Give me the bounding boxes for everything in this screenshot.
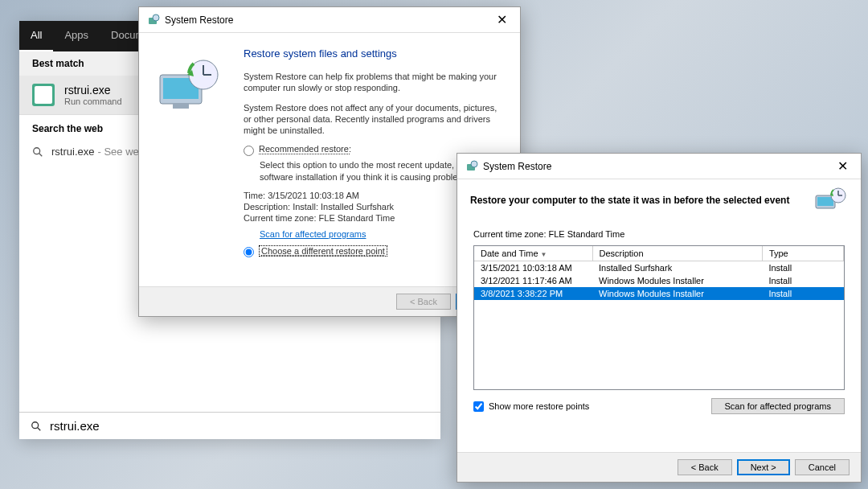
monitor-clock-icon xyxy=(155,57,227,113)
desc-label: Description: xyxy=(244,202,290,212)
restore-icon xyxy=(465,160,478,173)
cell-datetime: 3/15/2021 10:03:18 AM xyxy=(474,261,592,275)
scan-affected-button[interactable]: Scan for affected programs xyxy=(711,398,845,414)
show-more-checkbox[interactable] xyxy=(473,401,484,412)
table-row[interactable]: 3/8/2021 3:38:22 PM Windows Modules Inst… xyxy=(474,287,844,300)
dialog-heading: Restore your computer to the state it wa… xyxy=(470,195,814,206)
cell-type: Install xyxy=(762,274,843,287)
svg-line-1 xyxy=(39,153,43,156)
monitor-clock-icon xyxy=(814,187,848,213)
best-match-title: rstrui.exe xyxy=(64,84,122,97)
different-point-radio[interactable] xyxy=(244,247,254,257)
dialog-title: System Restore xyxy=(483,161,551,172)
close-button[interactable]: ✕ xyxy=(492,12,512,27)
svg-point-2 xyxy=(32,421,39,428)
cell-description: Windows Modules Installer xyxy=(592,274,762,287)
cell-datetime: 3/12/2021 11:17:46 AM xyxy=(474,274,592,287)
search-box xyxy=(19,412,440,439)
recommended-restore-radio[interactable] xyxy=(244,146,254,156)
search-input[interactable] xyxy=(50,419,429,433)
svg-rect-16 xyxy=(817,197,833,206)
tz-label: Current time zone: xyxy=(244,213,316,223)
recommended-restore-label: Recommended restore: xyxy=(259,144,351,154)
time-label: Time: xyxy=(244,191,265,200)
different-point-label: Choose a different restore point xyxy=(259,245,387,257)
titlebar[interactable]: System Restore ✕ xyxy=(139,7,520,33)
cell-description: Installed Surfshark xyxy=(592,261,762,275)
dialog-title: System Restore xyxy=(165,14,233,26)
scan-affected-link[interactable]: Scan for affected programs xyxy=(260,229,366,239)
dialog-illustration xyxy=(139,41,244,284)
cell-description: Windows Modules Installer xyxy=(592,287,762,300)
intro-text-2: System Restore does not affect any of yo… xyxy=(244,102,504,137)
timezone-label: Current time zone: FLE Standard Time xyxy=(457,218,861,245)
cancel-button[interactable]: Cancel xyxy=(795,459,850,475)
app-icon xyxy=(32,84,55,106)
dialog-heading: Restore system files and settings xyxy=(244,47,504,60)
back-button[interactable]: < Back xyxy=(678,459,732,475)
back-button: < Back xyxy=(396,294,451,310)
tab-apps[interactable]: Apps xyxy=(53,21,100,51)
best-match-subtitle: Run command xyxy=(64,97,122,106)
svg-point-14 xyxy=(471,161,477,167)
intro-text-1: System Restore can help fix problems tha… xyxy=(244,71,504,94)
restore-icon xyxy=(147,14,160,27)
search-icon xyxy=(32,146,43,158)
svg-point-0 xyxy=(34,147,40,154)
cell-datetime: 3/8/2021 3:38:22 PM xyxy=(474,287,592,300)
svg-line-3 xyxy=(38,427,41,430)
web-query: rstrui.exe xyxy=(51,146,94,158)
tab-all[interactable]: All xyxy=(19,21,53,51)
svg-point-5 xyxy=(153,14,159,21)
dialog-buttons: < Back Next > Cancel xyxy=(457,452,861,482)
cell-type: Install xyxy=(762,287,843,300)
col-type[interactable]: Type xyxy=(762,246,843,261)
titlebar[interactable]: System Restore ✕ xyxy=(457,154,861,179)
next-button[interactable]: Next > xyxy=(737,459,790,475)
tz-value: FLE Standard Time xyxy=(319,213,395,223)
sort-desc-icon: ▼ xyxy=(541,251,547,258)
desc-value: Install: Installed Surfshark xyxy=(293,202,394,212)
col-description[interactable]: Description xyxy=(592,246,762,261)
best-match-text: rstrui.exe Run command xyxy=(64,84,122,106)
search-icon xyxy=(31,421,42,432)
cell-type: Install xyxy=(762,261,843,275)
svg-rect-8 xyxy=(173,104,189,109)
close-button[interactable]: ✕ xyxy=(833,158,853,174)
col-datetime[interactable]: Date and Time ▼ xyxy=(474,246,592,261)
table-row[interactable]: 3/12/2021 11:17:46 AM Windows Modules In… xyxy=(474,274,844,287)
restore-points-table[interactable]: Date and Time ▼ Description Type 3/15/20… xyxy=(473,245,845,390)
show-more-label: Show more restore points xyxy=(489,401,589,411)
table-row[interactable]: 3/15/2021 10:03:18 AM Installed Surfshar… xyxy=(474,261,844,275)
time-value: 3/15/2021 10:03:18 AM xyxy=(268,191,359,200)
system-restore-wizard-2: System Restore ✕ Restore your computer t… xyxy=(457,153,862,483)
